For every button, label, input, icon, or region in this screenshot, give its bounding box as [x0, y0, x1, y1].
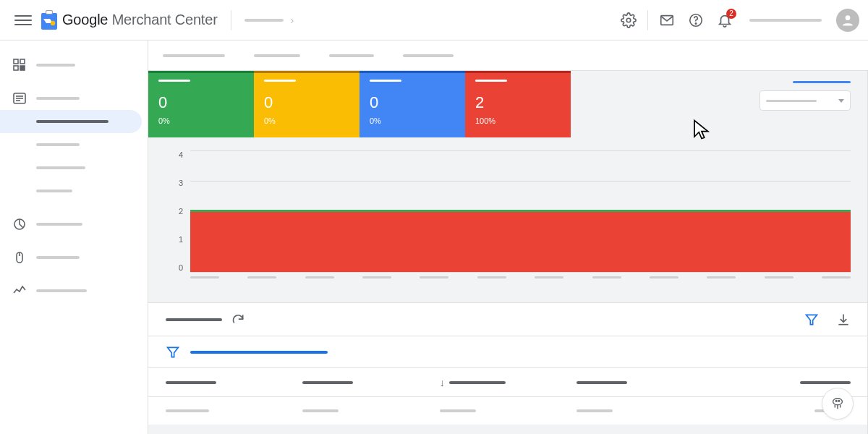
status-chart: 4 3 2 1 0 — [166, 150, 851, 285]
hamburger-menu-icon[interactable] — [14, 12, 32, 29]
notification-badge: 2 — [726, 9, 736, 19]
filter-icon[interactable] — [166, 345, 180, 359]
card-percent: 0% — [264, 116, 349, 125]
card-value: 2 — [475, 93, 561, 112]
divider — [231, 10, 231, 30]
sort-desc-icon: ↓ — [440, 377, 445, 388]
sidebar-item-label — [36, 190, 72, 192]
chevron-right-icon: › — [291, 14, 294, 26]
sidebar-item-all-products[interactable] — [0, 156, 142, 179]
tab-1[interactable] — [163, 41, 225, 70]
status-card-active[interactable]: 0 0% — [148, 71, 254, 137]
svg-rect-11 — [20, 59, 25, 64]
card-percent: 0% — [158, 116, 244, 125]
svg-point-4 — [51, 20, 55, 25]
mail-icon[interactable] — [652, 6, 681, 35]
sidebar-item-label — [36, 120, 109, 123]
settings-gear-icon[interactable] — [614, 6, 643, 35]
card-value: 0 — [370, 93, 455, 112]
issues-toolbar — [148, 303, 868, 336]
chart-y-axis: 4 3 2 1 0 — [166, 150, 183, 272]
destination-dropdown[interactable] — [760, 90, 851, 111]
col-issue[interactable] — [166, 381, 302, 384]
svg-point-28 — [838, 400, 840, 401]
svg-point-5 — [626, 18, 631, 22]
svg-point-9 — [846, 15, 851, 20]
status-card-pending[interactable]: 0 0% — [254, 71, 359, 137]
svg-point-27 — [835, 400, 837, 401]
sidebar-item-label — [36, 256, 80, 259]
sidebar-item-label — [36, 97, 80, 100]
avatar[interactable] — [836, 9, 859, 32]
list-icon — [13, 92, 26, 105]
spark-icon — [13, 284, 26, 297]
sidebar — [0, 41, 148, 434]
sidebar-item-price[interactable] — [0, 179, 142, 203]
divider — [647, 10, 648, 30]
tabs — [148, 41, 868, 71]
card-value: 0 — [158, 93, 244, 112]
chart-x-axis — [190, 276, 851, 285]
help-icon[interactable] — [681, 6, 710, 35]
tab-4[interactable] — [403, 41, 454, 70]
sidebar-item-label — [36, 289, 87, 292]
sidebar-item-label — [36, 143, 80, 146]
content-area: 0 0% 0 0% 0 0% 2 100% — [148, 71, 868, 434]
issues-panel: ↓ — [148, 302, 868, 425]
sidebar-item-feeds[interactable] — [0, 133, 142, 156]
col-trend[interactable] — [576, 381, 713, 384]
issues-title — [166, 318, 222, 321]
feedback-button[interactable] — [822, 388, 854, 420]
sidebar-item-marketing[interactable] — [0, 213, 142, 236]
status-card-expiring[interactable]: 0 0% — [359, 71, 465, 137]
destination-selector — [760, 81, 851, 111]
filter-icon[interactable] — [804, 312, 819, 327]
table-row[interactable] — [148, 397, 868, 425]
logo-text: Google Merchant Center — [62, 12, 218, 28]
svg-rect-13 — [20, 66, 25, 70]
mouse-icon — [13, 251, 26, 264]
download-icon[interactable] — [836, 312, 851, 327]
sidebar-item-diagnostics[interactable] — [0, 110, 142, 133]
svg-point-23 — [833, 399, 843, 405]
card-percent: 0% — [370, 116, 455, 125]
dashboard-icon — [13, 59, 26, 72]
breadcrumb-segment[interactable] — [244, 19, 284, 22]
svg-marker-22 — [168, 347, 179, 357]
main: 0 0% 0 0% 0 0% 2 100% — [148, 41, 868, 434]
svg-point-8 — [695, 22, 696, 23]
sidebar-item-overview[interactable] — [0, 54, 142, 77]
sidebar-item-products[interactable] — [0, 87, 142, 110]
card-percent: 100% — [475, 116, 561, 125]
tab-3[interactable] — [329, 41, 374, 70]
chart-red-series — [190, 211, 851, 272]
svg-rect-10 — [14, 59, 18, 64]
chart-plot[interactable] — [190, 150, 851, 272]
col-region[interactable] — [302, 381, 439, 384]
sidebar-item-growth[interactable] — [0, 246, 142, 269]
col-affected[interactable]: ↓ — [440, 377, 576, 388]
tab-2[interactable] — [254, 41, 300, 70]
add-filter-link[interactable] — [190, 351, 328, 354]
card-value: 0 — [264, 93, 349, 112]
col-percentage[interactable] — [714, 381, 851, 384]
chart-green-series — [190, 210, 851, 212]
destination-link[interactable] — [793, 81, 851, 83]
breadcrumb[interactable]: › — [244, 14, 294, 26]
table-header: ↓ — [148, 368, 868, 397]
svg-rect-2 — [46, 11, 52, 14]
topbar: Google Merchant Center › 2 — [0, 0, 868, 41]
account-label-placeholder[interactable] — [749, 19, 822, 22]
refresh-icon[interactable] — [231, 312, 245, 327]
sidebar-item-performance[interactable] — [0, 279, 142, 302]
svg-rect-12 — [14, 66, 18, 70]
sidebar-item-label — [36, 64, 75, 67]
pie-icon — [13, 218, 26, 231]
sidebar-item-label — [36, 166, 85, 169]
logo[interactable]: Google Merchant Center — [41, 10, 218, 30]
sidebar-item-label — [36, 223, 82, 226]
merchant-center-clip-icon — [41, 10, 58, 30]
chevron-down-icon — [838, 99, 844, 103]
status-card-disapproved[interactable]: 2 100% — [465, 71, 571, 137]
notifications-bell-icon[interactable]: 2 — [710, 6, 739, 35]
